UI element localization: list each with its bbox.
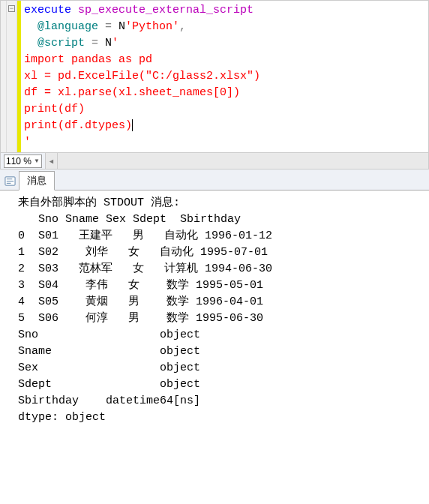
- py-line-4: print(df): [24, 103, 85, 116]
- dtype-line: Sname object: [18, 345, 200, 358]
- dtype-line: Sdept object: [18, 378, 200, 391]
- py-line-1: import pandas as pd: [24, 53, 152, 66]
- gutter-margin: [1, 1, 7, 152]
- results-tab-strip: 消息: [0, 170, 429, 190]
- zoom-dropdown[interactable]: 110 % ▼: [4, 154, 42, 168]
- param-script: @script: [38, 37, 85, 50]
- op-eq2: =: [85, 37, 105, 50]
- comma: ,: [179, 20, 186, 33]
- kw-execute: execute: [24, 4, 71, 16]
- fold-gutter: −: [7, 1, 17, 152]
- py-line-2: xl = pd.ExcelFile("C:/glass2.xlsx"): [24, 70, 260, 82]
- dtype-line: Sex object: [18, 362, 200, 374]
- code-editor: − execute sp_execute_external_script @la…: [0, 0, 429, 153]
- messages-output[interactable]: 来自外部脚本的 STDOUT 消息: Sno Sname Sex Sdept S…: [0, 190, 429, 434]
- dtype-line: Sbirthday datetime64[ns]: [18, 394, 200, 407]
- dtype-line: Sno object: [18, 328, 200, 341]
- fold-toggle-icon[interactable]: −: [8, 5, 15, 12]
- open-quote: ': [112, 37, 118, 50]
- horizontal-scrollbar[interactable]: ◄: [45, 153, 428, 169]
- dtype-line: dtype: object: [18, 411, 106, 424]
- zoom-value: 110 %: [6, 156, 32, 166]
- df-columns: Sno Sname Sex Sdept Sbirthday: [18, 213, 241, 226]
- scroll-left-icon[interactable]: ◄: [46, 153, 58, 169]
- lit-python: 'Python': [125, 20, 179, 33]
- df-row: 2 S03 范林军 女 计算机 1994-06-30: [18, 262, 272, 275]
- op-eq1: =: [98, 20, 118, 33]
- py-line-3: df = xl.parse(xl.sheet_names[0]): [24, 86, 240, 99]
- param-language: @language: [38, 20, 98, 33]
- code-text-area[interactable]: execute sp_execute_external_script @lang…: [21, 1, 428, 152]
- df-row: 3 S04 李伟 女 数学 1995-05-01: [18, 279, 263, 292]
- df-row: 5 S06 何淳 男 数学 1995-06-30: [18, 312, 263, 325]
- tab-label: 消息: [27, 175, 46, 186]
- zoom-bar: 110 % ▼ ◄: [0, 153, 429, 170]
- df-row: 1 S02 刘华 女 自动化 1995-07-01: [18, 246, 268, 259]
- lit-n1: N: [118, 20, 125, 33]
- proc-name: sp_execute_external_script: [78, 4, 254, 16]
- df-row: 4 S05 黄烟 男 数学 1996-04-01: [18, 296, 263, 308]
- close-quote: ': [24, 136, 31, 148]
- text-cursor: [132, 119, 133, 131]
- py-line-5: print(df.dtypes): [24, 119, 132, 132]
- df-row: 0 S01 王建平 男 自动化 1996-01-12: [18, 230, 272, 242]
- tab-messages[interactable]: 消息: [19, 171, 55, 190]
- chevron-down-icon: ▼: [34, 158, 40, 164]
- stdout-header: 来自外部脚本的 STDOUT 消息:: [18, 196, 180, 209]
- lit-n2: N: [105, 37, 112, 50]
- messages-icon: [4, 176, 16, 187]
